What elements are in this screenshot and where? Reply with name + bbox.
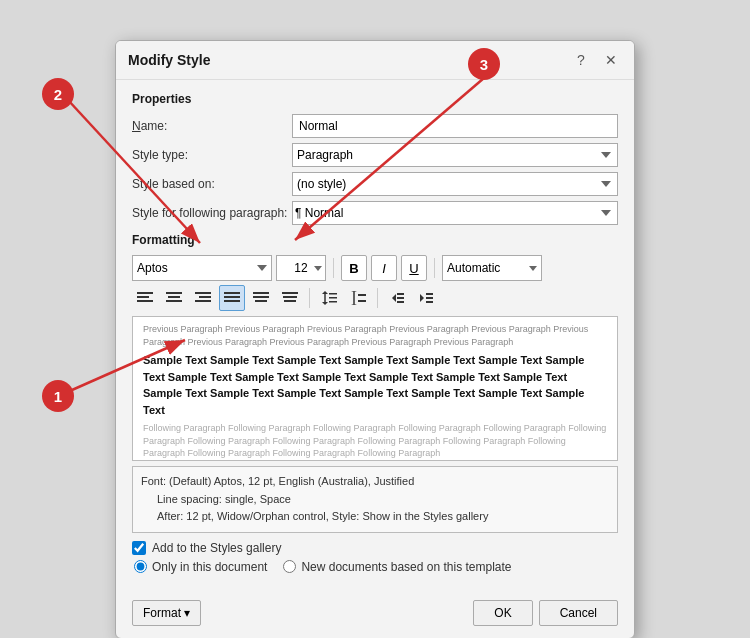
svg-marker-37	[420, 294, 424, 302]
modify-style-dialog: Modify Style ? ✕ Properties Name: Style …	[115, 40, 635, 638]
align-left-btn[interactable]	[132, 285, 158, 311]
format-button[interactable]: Format ▾	[132, 600, 201, 626]
underline-button[interactable]: U	[401, 255, 427, 281]
svg-rect-39	[426, 297, 433, 299]
svg-rect-11	[199, 296, 211, 298]
overlay: 1 2 3 Modify Style ? ✕ Properties	[0, 0, 750, 638]
add-to-gallery-checkbox[interactable]	[132, 541, 146, 555]
preview-prev-text: Previous Paragraph Previous Paragraph Pr…	[143, 323, 607, 348]
svg-rect-35	[397, 297, 404, 299]
formatting-row1: Aptos 12 B I U Automatic	[132, 255, 618, 281]
svg-marker-29	[351, 291, 357, 292]
separator-1	[333, 258, 334, 278]
svg-rect-25	[329, 293, 337, 295]
info-line3: After: 12 pt, Widow/Orphan control, Styl…	[141, 508, 609, 526]
name-label: Name:	[132, 119, 292, 133]
svg-rect-38	[426, 293, 433, 295]
separator-3	[309, 288, 310, 308]
only-in-doc-option: Only in this document	[134, 560, 267, 574]
new-docs-label: New documents based on this template	[301, 560, 511, 574]
svg-rect-10	[195, 292, 211, 294]
style-following-label: Style for following paragraph:	[132, 206, 292, 220]
svg-rect-17	[253, 296, 269, 298]
svg-rect-8	[168, 296, 180, 298]
svg-rect-13	[224, 292, 240, 294]
cancel-button[interactable]: Cancel	[539, 600, 618, 626]
style-type-select[interactable]: Paragraph	[292, 143, 618, 167]
svg-rect-14	[224, 296, 240, 298]
svg-rect-40	[426, 301, 433, 303]
line-spacing-btn[interactable]	[316, 285, 342, 311]
svg-rect-15	[224, 300, 240, 302]
svg-rect-34	[397, 293, 404, 295]
color-select[interactable]: Automatic	[442, 255, 542, 281]
style-following-row: Style for following paragraph: ¶ Normal	[132, 201, 618, 225]
svg-rect-5	[137, 296, 149, 298]
align-right-btn[interactable]	[190, 285, 216, 311]
bold-button[interactable]: B	[341, 255, 367, 281]
formatting-section: Formatting Aptos 12 B I U Automatic	[132, 233, 618, 533]
svg-marker-23	[322, 291, 328, 294]
style-type-row: Style type: Paragraph	[132, 143, 618, 167]
add-to-gallery-label: Add to the Styles gallery	[152, 541, 281, 555]
ok-button[interactable]: OK	[473, 600, 532, 626]
svg-rect-21	[284, 300, 296, 302]
svg-marker-33	[392, 294, 396, 302]
info-line2: Line spacing: single, Space	[141, 491, 609, 509]
close-button[interactable]: ✕	[600, 49, 622, 71]
svg-rect-27	[329, 301, 337, 303]
align-justify-btn[interactable]	[219, 285, 245, 311]
add-to-gallery-row: Add to the Styles gallery	[132, 541, 618, 555]
svg-marker-24	[322, 302, 328, 305]
dialog-body: Properties Name: Style type: Paragraph S…	[116, 80, 634, 592]
info-line1: Font: (Default) Aptos, 12 pt, English (A…	[141, 473, 609, 491]
svg-rect-4	[137, 292, 153, 294]
style-info-box: Font: (Default) Aptos, 12 pt, English (A…	[132, 466, 618, 533]
align-dist-btn[interactable]	[248, 285, 274, 311]
decrease-indent-btn[interactable]	[384, 285, 410, 311]
annotation-2: 2	[42, 78, 74, 110]
footer-right: OK Cancel	[473, 600, 618, 626]
only-in-doc-radio[interactable]	[134, 560, 147, 573]
svg-rect-7	[166, 292, 182, 294]
name-row: Name:	[132, 114, 618, 138]
help-button[interactable]: ?	[570, 49, 592, 71]
italic-button[interactable]: I	[371, 255, 397, 281]
svg-rect-36	[397, 301, 404, 303]
style-following-select[interactable]: ¶ Normal	[292, 201, 618, 225]
style-based-select[interactable]: (no style)	[292, 172, 618, 196]
title-controls: ? ✕	[570, 49, 622, 71]
document-scope-row: Only in this document New documents base…	[132, 560, 618, 574]
preview-sample-text: Sample Text Sample Text Sample Text Samp…	[143, 352, 607, 418]
formatting-section-label: Formatting	[132, 233, 618, 247]
dialog-title: Modify Style	[128, 52, 210, 68]
svg-rect-31	[358, 294, 366, 296]
style-type-label: Style type:	[132, 148, 292, 162]
svg-rect-20	[283, 296, 297, 298]
svg-rect-18	[255, 300, 267, 302]
new-docs-radio[interactable]	[283, 560, 296, 573]
formatting-row2	[132, 285, 618, 311]
dialog-footer: Format ▾ OK Cancel	[116, 592, 634, 638]
name-input[interactable]	[292, 114, 618, 138]
svg-rect-19	[282, 292, 298, 294]
svg-rect-26	[329, 297, 337, 299]
dialog-titlebar: Modify Style ? ✕	[116, 41, 634, 80]
font-size-select[interactable]: 12	[276, 255, 326, 281]
options-section: Add to the Styles gallery Only in this d…	[132, 541, 618, 574]
svg-rect-12	[195, 300, 211, 302]
svg-rect-16	[253, 292, 269, 294]
separator-2	[434, 258, 435, 278]
preview-box: Previous Paragraph Previous Paragraph Pr…	[132, 316, 618, 461]
svg-rect-6	[137, 300, 153, 302]
align-thai-btn[interactable]	[277, 285, 303, 311]
style-based-row: Style based on: (no style)	[132, 172, 618, 196]
only-in-doc-label: Only in this document	[152, 560, 267, 574]
para-spacing-btn[interactable]	[345, 285, 371, 311]
svg-rect-9	[166, 300, 182, 302]
align-center-btn[interactable]	[161, 285, 187, 311]
increase-indent-btn[interactable]	[413, 285, 439, 311]
font-name-select[interactable]: Aptos	[132, 255, 272, 281]
properties-section-label: Properties	[132, 92, 618, 106]
separator-4	[377, 288, 378, 308]
